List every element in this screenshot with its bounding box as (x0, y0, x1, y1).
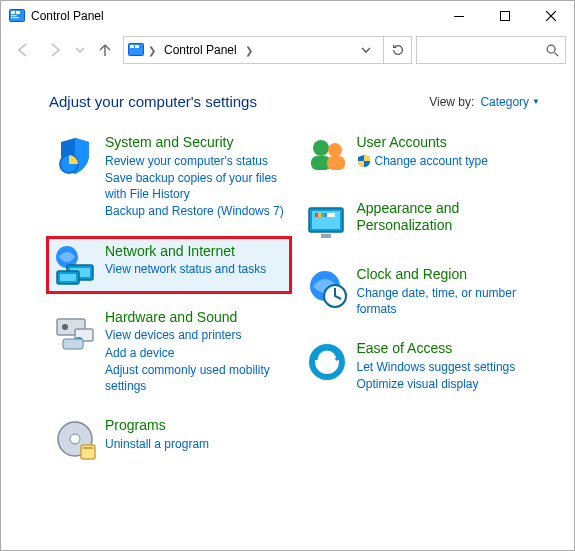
uac-shield-icon (357, 154, 371, 168)
category-link[interactable]: Let Windows suggest settings (357, 359, 537, 375)
up-button[interactable] (91, 36, 119, 64)
chevron-right-icon[interactable]: ❯ (148, 45, 156, 56)
network-internet-icon (53, 243, 97, 287)
category-title[interactable]: Clock and Region (357, 266, 537, 283)
svg-rect-5 (454, 16, 464, 17)
category-title[interactable]: User Accounts (357, 134, 537, 151)
category-title[interactable]: Network and Internet (105, 243, 285, 260)
search-input[interactable] (423, 42, 545, 58)
svg-rect-3 (11, 15, 17, 16)
window-title: Control Panel (31, 9, 436, 23)
svg-rect-4 (11, 17, 19, 18)
breadcrumb-root[interactable]: Control Panel (160, 43, 241, 57)
search-box[interactable] (416, 36, 566, 64)
category-user-accounts[interactable]: User Accounts Change account type (301, 130, 541, 182)
category-column-right: User Accounts Change account type (301, 130, 541, 465)
category-title[interactable]: Hardware and Sound (105, 309, 285, 326)
page-title: Adjust your computer's settings (49, 93, 257, 110)
svg-rect-34 (318, 213, 321, 217)
hardware-sound-icon (53, 309, 97, 353)
category-link[interactable]: View network status and tasks (105, 261, 285, 277)
close-button[interactable] (528, 1, 574, 31)
programs-icon (53, 417, 97, 461)
category-link-text: Change account type (375, 153, 488, 169)
view-by: View by: Category ▼ (429, 95, 540, 109)
control-panel-icon (128, 42, 144, 58)
category-title[interactable]: System and Security (105, 134, 285, 151)
forward-button[interactable] (41, 36, 69, 64)
svg-rect-6 (501, 12, 510, 21)
category-clock-region[interactable]: Clock and Region Change date, time, or n… (301, 262, 541, 322)
category-system-security[interactable]: System and Security Review your computer… (49, 130, 289, 225)
svg-rect-2 (16, 11, 20, 14)
appearance-icon (305, 200, 349, 244)
category-link[interactable]: View devices and printers (105, 327, 285, 343)
view-by-dropdown[interactable]: Category ▼ (480, 95, 540, 109)
clock-region-icon (305, 266, 349, 310)
category-hardware-sound[interactable]: Hardware and Sound View devices and prin… (49, 305, 289, 400)
category-column-left: System and Security Review your computer… (49, 130, 289, 465)
category-link[interactable]: Uninstall a program (105, 436, 285, 452)
category-link[interactable]: Adjust commonly used mobility settings (105, 362, 285, 394)
svg-rect-9 (135, 45, 139, 48)
svg-rect-16 (60, 274, 76, 281)
category-link[interactable]: Optimize visual display (357, 376, 537, 392)
svg-rect-21 (63, 339, 83, 349)
category-link[interactable]: Backup and Restore (Windows 7) (105, 203, 285, 219)
category-link[interactable]: Change account type (357, 153, 537, 169)
search-icon[interactable] (545, 43, 559, 57)
category-title[interactable]: Appearance and Personalization (357, 200, 537, 234)
chevron-down-icon: ▼ (532, 97, 540, 106)
svg-rect-37 (321, 234, 331, 238)
svg-point-26 (313, 140, 329, 156)
maximize-button[interactable] (482, 1, 528, 31)
address-bar[interactable]: ❯ Control Panel ❯ (123, 36, 412, 64)
control-panel-icon (9, 8, 25, 24)
svg-point-18 (62, 324, 68, 330)
toolbar: ❯ Control Panel ❯ (1, 31, 574, 69)
category-title[interactable]: Ease of Access (357, 340, 537, 357)
recent-locations-dropdown[interactable] (73, 36, 87, 64)
svg-rect-33 (315, 213, 318, 217)
category-link[interactable]: Change date, time, or number formats (357, 285, 537, 317)
system-security-icon (53, 134, 97, 178)
svg-point-10 (547, 45, 555, 53)
chevron-right-icon[interactable]: ❯ (245, 45, 253, 56)
svg-rect-1 (11, 11, 15, 14)
titlebar: Control Panel (1, 1, 574, 31)
svg-rect-29 (327, 156, 345, 170)
ease-of-access-icon (305, 340, 349, 384)
category-link[interactable]: Save backup copies of your files with Fi… (105, 170, 285, 202)
svg-rect-35 (321, 213, 324, 217)
category-network-internet[interactable]: Network and Internet View network status… (49, 239, 289, 291)
refresh-button[interactable] (383, 37, 411, 63)
category-appearance-personalization[interactable]: Appearance and Personalization (301, 196, 541, 248)
category-ease-of-access[interactable]: Ease of Access Let Windows suggest setti… (301, 336, 541, 397)
content-area: Adjust your computer's settings View by:… (1, 69, 574, 485)
svg-rect-36 (324, 213, 327, 217)
category-programs[interactable]: Programs Uninstall a program (49, 413, 289, 465)
back-button[interactable] (9, 36, 37, 64)
svg-rect-8 (130, 45, 134, 48)
category-link[interactable]: Review your computer's status (105, 153, 285, 169)
svg-point-28 (328, 143, 342, 157)
minimize-button[interactable] (436, 1, 482, 31)
user-accounts-icon (305, 134, 349, 178)
category-link[interactable]: Add a device (105, 345, 285, 361)
address-history-dropdown[interactable] (351, 37, 379, 63)
view-by-label: View by: (429, 95, 474, 109)
svg-point-23 (70, 434, 80, 444)
category-title[interactable]: Programs (105, 417, 285, 434)
svg-rect-25 (83, 447, 93, 449)
view-by-value: Category (480, 95, 529, 109)
